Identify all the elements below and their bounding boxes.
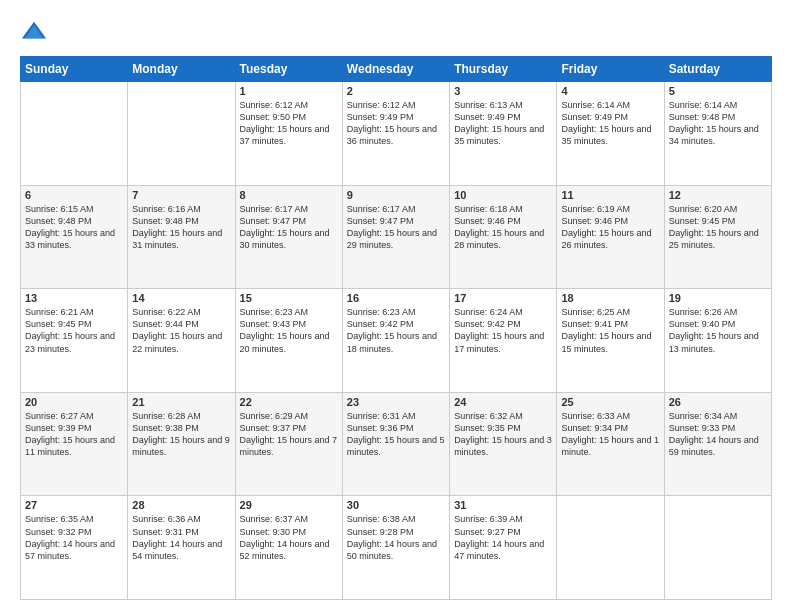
day-content: Sunrise: 6:13 AM Sunset: 9:49 PM Dayligh… [454,99,552,148]
weekday-header-sunday: Sunday [21,57,128,82]
calendar-cell: 4Sunrise: 6:14 AM Sunset: 9:49 PM Daylig… [557,82,664,186]
day-content: Sunrise: 6:20 AM Sunset: 9:45 PM Dayligh… [669,203,767,252]
calendar-cell: 5Sunrise: 6:14 AM Sunset: 9:48 PM Daylig… [664,82,771,186]
calendar-cell: 13Sunrise: 6:21 AM Sunset: 9:45 PM Dayli… [21,289,128,393]
calendar-cell: 18Sunrise: 6:25 AM Sunset: 9:41 PM Dayli… [557,289,664,393]
day-content: Sunrise: 6:19 AM Sunset: 9:46 PM Dayligh… [561,203,659,252]
day-content: Sunrise: 6:18 AM Sunset: 9:46 PM Dayligh… [454,203,552,252]
weekday-header-monday: Monday [128,57,235,82]
calendar-cell [557,496,664,600]
day-content: Sunrise: 6:31 AM Sunset: 9:36 PM Dayligh… [347,410,445,459]
day-number: 11 [561,189,659,201]
day-number: 25 [561,396,659,408]
calendar-cell: 27Sunrise: 6:35 AM Sunset: 9:32 PM Dayli… [21,496,128,600]
day-content: Sunrise: 6:36 AM Sunset: 9:31 PM Dayligh… [132,513,230,562]
day-content: Sunrise: 6:32 AM Sunset: 9:35 PM Dayligh… [454,410,552,459]
calendar-cell: 7Sunrise: 6:16 AM Sunset: 9:48 PM Daylig… [128,185,235,289]
day-content: Sunrise: 6:29 AM Sunset: 9:37 PM Dayligh… [240,410,338,459]
day-content: Sunrise: 6:23 AM Sunset: 9:42 PM Dayligh… [347,306,445,355]
day-number: 22 [240,396,338,408]
day-number: 5 [669,85,767,97]
calendar-cell: 8Sunrise: 6:17 AM Sunset: 9:47 PM Daylig… [235,185,342,289]
calendar-cell: 23Sunrise: 6:31 AM Sunset: 9:36 PM Dayli… [342,392,449,496]
page: SundayMondayTuesdayWednesdayThursdayFrid… [0,0,792,612]
calendar-cell: 9Sunrise: 6:17 AM Sunset: 9:47 PM Daylig… [342,185,449,289]
week-row-1: 6Sunrise: 6:15 AM Sunset: 9:48 PM Daylig… [21,185,772,289]
week-row-2: 13Sunrise: 6:21 AM Sunset: 9:45 PM Dayli… [21,289,772,393]
day-content: Sunrise: 6:27 AM Sunset: 9:39 PM Dayligh… [25,410,123,459]
calendar-cell: 31Sunrise: 6:39 AM Sunset: 9:27 PM Dayli… [450,496,557,600]
day-content: Sunrise: 6:14 AM Sunset: 9:49 PM Dayligh… [561,99,659,148]
calendar-cell: 14Sunrise: 6:22 AM Sunset: 9:44 PM Dayli… [128,289,235,393]
day-content: Sunrise: 6:16 AM Sunset: 9:48 PM Dayligh… [132,203,230,252]
day-number: 4 [561,85,659,97]
calendar-cell: 3Sunrise: 6:13 AM Sunset: 9:49 PM Daylig… [450,82,557,186]
calendar-table: SundayMondayTuesdayWednesdayThursdayFrid… [20,56,772,600]
day-number: 15 [240,292,338,304]
weekday-header-row: SundayMondayTuesdayWednesdayThursdayFrid… [21,57,772,82]
calendar-cell: 2Sunrise: 6:12 AM Sunset: 9:49 PM Daylig… [342,82,449,186]
week-row-3: 20Sunrise: 6:27 AM Sunset: 9:39 PM Dayli… [21,392,772,496]
day-number: 6 [25,189,123,201]
calendar-cell: 24Sunrise: 6:32 AM Sunset: 9:35 PM Dayli… [450,392,557,496]
day-number: 9 [347,189,445,201]
calendar-cell: 16Sunrise: 6:23 AM Sunset: 9:42 PM Dayli… [342,289,449,393]
calendar-cell: 20Sunrise: 6:27 AM Sunset: 9:39 PM Dayli… [21,392,128,496]
calendar-cell: 19Sunrise: 6:26 AM Sunset: 9:40 PM Dayli… [664,289,771,393]
calendar-cell [664,496,771,600]
day-content: Sunrise: 6:12 AM Sunset: 9:50 PM Dayligh… [240,99,338,148]
day-number: 19 [669,292,767,304]
calendar-cell: 10Sunrise: 6:18 AM Sunset: 9:46 PM Dayli… [450,185,557,289]
calendar-cell: 30Sunrise: 6:38 AM Sunset: 9:28 PM Dayli… [342,496,449,600]
week-row-4: 27Sunrise: 6:35 AM Sunset: 9:32 PM Dayli… [21,496,772,600]
calendar-cell: 26Sunrise: 6:34 AM Sunset: 9:33 PM Dayli… [664,392,771,496]
calendar-cell [128,82,235,186]
day-content: Sunrise: 6:22 AM Sunset: 9:44 PM Dayligh… [132,306,230,355]
day-number: 16 [347,292,445,304]
day-content: Sunrise: 6:34 AM Sunset: 9:33 PM Dayligh… [669,410,767,459]
day-content: Sunrise: 6:35 AM Sunset: 9:32 PM Dayligh… [25,513,123,562]
logo [20,18,52,46]
day-number: 26 [669,396,767,408]
week-row-0: 1Sunrise: 6:12 AM Sunset: 9:50 PM Daylig… [21,82,772,186]
day-number: 27 [25,499,123,511]
day-number: 17 [454,292,552,304]
weekday-header-tuesday: Tuesday [235,57,342,82]
calendar-cell: 21Sunrise: 6:28 AM Sunset: 9:38 PM Dayli… [128,392,235,496]
logo-icon [20,18,48,46]
day-content: Sunrise: 6:33 AM Sunset: 9:34 PM Dayligh… [561,410,659,459]
day-number: 18 [561,292,659,304]
day-number: 30 [347,499,445,511]
day-content: Sunrise: 6:14 AM Sunset: 9:48 PM Dayligh… [669,99,767,148]
day-content: Sunrise: 6:28 AM Sunset: 9:38 PM Dayligh… [132,410,230,459]
header [20,18,772,46]
day-number: 24 [454,396,552,408]
calendar-cell: 6Sunrise: 6:15 AM Sunset: 9:48 PM Daylig… [21,185,128,289]
weekday-header-friday: Friday [557,57,664,82]
day-number: 10 [454,189,552,201]
day-number: 29 [240,499,338,511]
calendar-cell: 12Sunrise: 6:20 AM Sunset: 9:45 PM Dayli… [664,185,771,289]
day-number: 28 [132,499,230,511]
calendar-cell [21,82,128,186]
day-content: Sunrise: 6:26 AM Sunset: 9:40 PM Dayligh… [669,306,767,355]
day-number: 14 [132,292,230,304]
day-content: Sunrise: 6:37 AM Sunset: 9:30 PM Dayligh… [240,513,338,562]
day-content: Sunrise: 6:38 AM Sunset: 9:28 PM Dayligh… [347,513,445,562]
day-content: Sunrise: 6:23 AM Sunset: 9:43 PM Dayligh… [240,306,338,355]
calendar-cell: 15Sunrise: 6:23 AM Sunset: 9:43 PM Dayli… [235,289,342,393]
day-number: 1 [240,85,338,97]
day-content: Sunrise: 6:17 AM Sunset: 9:47 PM Dayligh… [240,203,338,252]
day-content: Sunrise: 6:25 AM Sunset: 9:41 PM Dayligh… [561,306,659,355]
day-number: 20 [25,396,123,408]
day-number: 13 [25,292,123,304]
day-number: 12 [669,189,767,201]
weekday-header-wednesday: Wednesday [342,57,449,82]
day-content: Sunrise: 6:39 AM Sunset: 9:27 PM Dayligh… [454,513,552,562]
day-content: Sunrise: 6:17 AM Sunset: 9:47 PM Dayligh… [347,203,445,252]
day-number: 3 [454,85,552,97]
day-content: Sunrise: 6:12 AM Sunset: 9:49 PM Dayligh… [347,99,445,148]
calendar-cell: 22Sunrise: 6:29 AM Sunset: 9:37 PM Dayli… [235,392,342,496]
day-content: Sunrise: 6:21 AM Sunset: 9:45 PM Dayligh… [25,306,123,355]
day-number: 8 [240,189,338,201]
